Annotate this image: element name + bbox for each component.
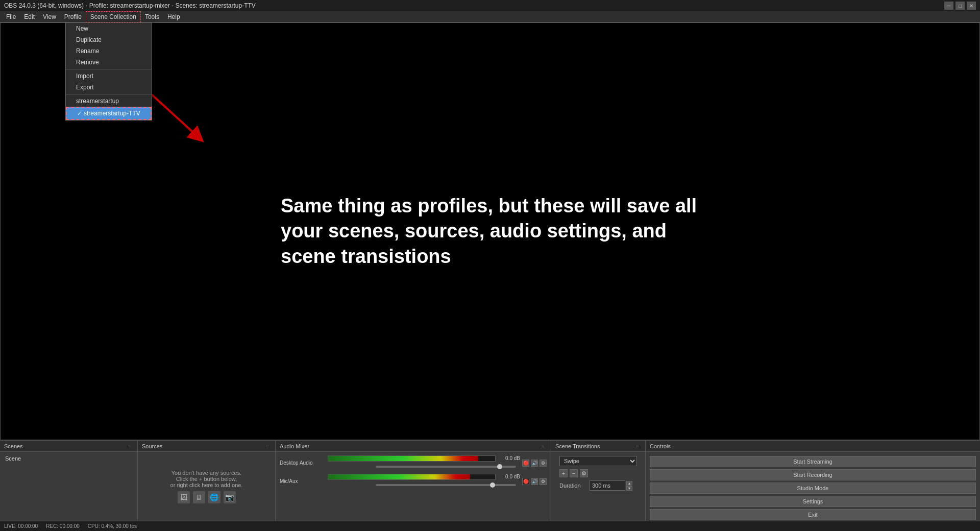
mic-aux-db: 0.0 dB [500, 474, 520, 479]
audio-mixer-panel: Audio Mixer − Desktop Audio 0.0 dB [276, 441, 551, 531]
audio-mixer-header: Audio Mixer − [276, 441, 551, 452]
mic-aux-controls: 🔴 🔊 ⚙ [522, 478, 547, 485]
desktop-audio-track: Desktop Audio 0.0 dB [278, 454, 549, 472]
dropdown-divider-1 [66, 69, 152, 69]
sources-empty-text: You don't have any sources.Click the + b… [170, 470, 243, 488]
controls-header: Controls [646, 441, 980, 452]
sources-panel: Sources − You don't have any sources.Cli… [138, 441, 276, 531]
dropdown-duplicate[interactable]: Duplicate [66, 34, 152, 45]
menu-bar: File Edit View Profile Scene Collection … [0, 11, 980, 22]
desktop-audio-label: Desktop Audio [280, 460, 326, 466]
menu-scene-collection[interactable]: Scene Collection [86, 11, 141, 22]
close-button[interactable]: ✕ [967, 2, 976, 10]
transition-add-btn[interactable]: + [559, 469, 568, 477]
mic-aux-settings-btn[interactable]: ⚙ [540, 478, 547, 485]
image-source-icon: 🖼 [178, 491, 190, 503]
bottom-panel: Scenes − Scene + − ↑ ↓ Sources − [0, 440, 980, 531]
dropdown-divider-2 [66, 94, 152, 94]
mic-aux-mute-btn[interactable]: 🔴 [522, 478, 529, 485]
checkmark-icon: ✓ [77, 110, 82, 117]
transition-type-select[interactable]: Swipe Fade Cut [559, 456, 637, 466]
controls-panel: Controls Start Streaming Start Recording… [646, 441, 980, 531]
scene-collection-dropdown: New Duplicate Rename Remove Import Expor… [65, 22, 152, 120]
scenes-collapse-btn[interactable]: − [126, 443, 133, 450]
audio-mixer-content: Desktop Audio 0.0 dB [276, 452, 551, 531]
desktop-audio-speaker-btn[interactable]: 🔊 [531, 460, 538, 467]
sources-panel-header: Sources − [138, 441, 275, 452]
scene-item-scene[interactable]: Scene [2, 454, 135, 463]
title-bar: OBS 24.0.3 (64-bit, windows) - Profile: … [0, 0, 980, 11]
scenes-title: Scenes [4, 443, 23, 449]
dropdown-import[interactable]: Import [66, 70, 152, 82]
duration-label: Duration [559, 482, 587, 489]
exit-button[interactable]: Exit [650, 509, 976, 520]
monitor-source-icon: 🖥 [193, 491, 205, 503]
desktop-audio-level-fill [328, 456, 478, 461]
mic-aux-volume-row [326, 481, 520, 489]
scene-transitions-content: Swipe Fade Cut + − ⚙ Duration [551, 452, 645, 531]
duration-input[interactable] [590, 480, 625, 491]
menu-help[interactable]: Help [163, 11, 184, 22]
sources-collapse-btn[interactable]: − [264, 443, 271, 450]
menu-profile[interactable]: Profile [60, 11, 86, 22]
dropdown-remove[interactable]: Remove [66, 57, 152, 68]
scene-transitions-title: Scene Transitions [555, 443, 600, 449]
scenes-panel: Scenes − Scene + − ↑ ↓ [0, 441, 138, 531]
source-icons-row: 🖼 🖥 🌐 📷 [178, 491, 236, 503]
menu-file[interactable]: File [2, 11, 20, 22]
preview-text: Same thing as profiles, but these will s… [260, 173, 720, 289]
studio-mode-button[interactable]: Studio Mode [650, 482, 976, 494]
menu-edit[interactable]: Edit [20, 11, 39, 22]
maximize-button[interactable]: □ [955, 2, 965, 10]
audio-mixer-title: Audio Mixer [280, 443, 309, 449]
rec-status: REC: 00:00:00 [46, 523, 80, 529]
dropdown-streamerstartup[interactable]: streamerstartup [66, 95, 152, 107]
menu-view[interactable]: View [39, 11, 60, 22]
mic-aux-label: Mic/Aux [280, 478, 326, 484]
scene-transitions-header: Scene Transitions − [551, 441, 645, 452]
start-streaming-button[interactable]: Start Streaming [650, 456, 976, 467]
sources-title: Sources [142, 443, 162, 449]
desktop-audio-controls: 🔴 🔊 ⚙ [522, 460, 547, 467]
scene-transitions-collapse-btn[interactable]: − [634, 443, 641, 450]
desktop-audio-settings-btn[interactable]: ⚙ [540, 460, 547, 467]
mic-aux-level-fill [328, 474, 470, 479]
desktop-audio-mute-btn[interactable]: 🔴 [522, 460, 529, 467]
live-status: LIVE: 00:00:00 [4, 523, 38, 529]
dropdown-export[interactable]: Export [66, 82, 152, 93]
mic-aux-speaker-btn[interactable]: 🔊 [531, 478, 538, 485]
duration-down-btn[interactable]: ▼ [626, 486, 632, 491]
controls-content: Start Streaming Start Recording Studio M… [646, 452, 980, 531]
status-bar: LIVE: 00:00:00 REC: 00:00:00 CPU: 0.4%, … [0, 521, 980, 531]
settings-button[interactable]: Settings [650, 496, 976, 507]
menu-tools[interactable]: Tools [141, 11, 163, 22]
transition-remove-btn[interactable]: − [570, 469, 578, 477]
start-recording-button[interactable]: Start Recording [650, 469, 976, 480]
mic-aux-track: Mic/Aux 0.0 dB [278, 472, 549, 491]
title-text: OBS 24.0.3 (64-bit, windows) - Profile: … [4, 2, 256, 9]
app-window: OBS 24.0.3 (64-bit, windows) - Profile: … [0, 0, 980, 531]
transition-controls-row: + − ⚙ [555, 468, 641, 478]
scenes-content: Scene [0, 452, 137, 521]
cpu-status: CPU: 0.4%, 30.00 fps [88, 523, 137, 529]
desktop-audio-db: 0.0 dB [500, 455, 520, 461]
duration-row: Duration ▲ ▼ [555, 478, 641, 493]
mic-aux-volume-thumb[interactable] [490, 482, 495, 488]
minimize-button[interactable]: ─ [944, 2, 953, 10]
audio-mixer-collapse-btn[interactable]: − [540, 443, 547, 450]
transition-type-row: Swipe Fade Cut [555, 454, 641, 468]
dropdown-new[interactable]: New [66, 23, 152, 34]
mic-aux-level-bar [328, 474, 496, 480]
dropdown-rename[interactable]: Rename [66, 45, 152, 57]
desktop-audio-volume-thumb[interactable] [497, 464, 502, 469]
window-controls: ─ □ ✕ [944, 2, 976, 10]
dropdown-streamerstartup-ttv[interactable]: ✓ streamerstartup-TTV [66, 107, 152, 120]
desktop-audio-volume-row [326, 463, 520, 471]
duration-up-btn[interactable]: ▲ [626, 481, 632, 486]
controls-title: Controls [650, 443, 671, 449]
transition-settings-btn[interactable]: ⚙ [580, 469, 588, 477]
scenes-panel-header: Scenes − [0, 441, 137, 452]
browser-source-icon: 🌐 [208, 491, 220, 503]
desktop-audio-level-bar [328, 455, 496, 462]
camera-source-icon: 📷 [224, 491, 236, 503]
